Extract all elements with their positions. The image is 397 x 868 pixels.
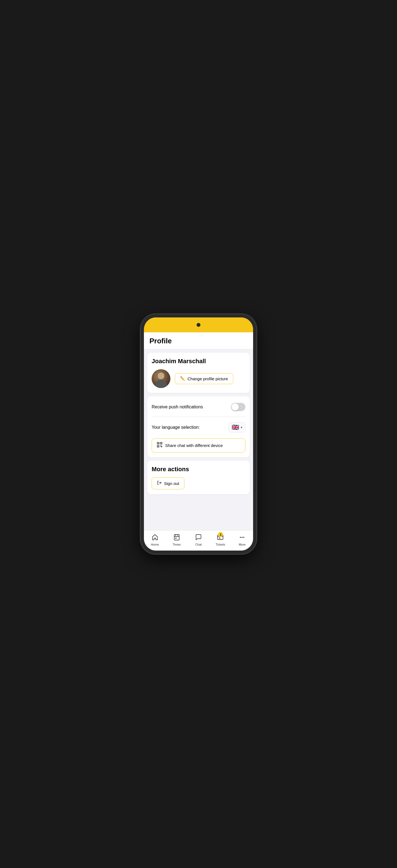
status-bar [144, 317, 253, 332]
bottom-nav: Home Times [144, 530, 253, 551]
nav-more[interactable]: More [231, 530, 253, 550]
nav-chat[interactable]: Chat [187, 530, 209, 550]
times-label: Times [173, 543, 181, 546]
more-icon [239, 534, 246, 542]
tickets-label: Tickets [216, 543, 225, 546]
scroll-content: Profile Joachim Marschall ✏️ Change prof… [144, 332, 253, 530]
phone-screen: Profile Joachim Marschall ✏️ Change prof… [144, 317, 253, 551]
push-notifications-toggle[interactable] [231, 403, 245, 411]
profile-row: ✏️ Change profile picture [152, 369, 245, 388]
svg-point-15 [243, 537, 244, 538]
more-actions-card: More actions Sign out [147, 461, 250, 494]
page-title: Profile [144, 332, 253, 349]
sign-out-icon [157, 480, 162, 486]
chevron-down-icon: ▾ [241, 426, 242, 429]
avatar-image [152, 369, 171, 388]
svg-rect-3 [161, 443, 161, 444]
times-icon [173, 534, 180, 542]
language-selector[interactable]: 🇬🇧 ▾ [228, 423, 245, 432]
bottom-spacer [144, 498, 253, 503]
svg-rect-6 [160, 445, 161, 446]
change-picture-button[interactable]: ✏️ Change profile picture [175, 373, 233, 384]
language-row: Your language selection: 🇬🇧 ▾ [152, 421, 245, 434]
change-picture-label: Change profile picture [187, 376, 228, 381]
svg-point-13 [240, 537, 241, 538]
chat-label: Chat [195, 543, 202, 546]
camera-dot [196, 323, 201, 327]
flag-icon: 🇬🇧 [232, 424, 239, 430]
user-name: Joachim Marschall [152, 358, 245, 365]
more-actions-title: More actions [152, 466, 245, 473]
svg-rect-1 [158, 443, 158, 444]
nav-times[interactable]: Times [166, 530, 187, 550]
qr-button-wrap: Share chat with different device [152, 438, 245, 453]
push-notifications-label: Receive push notifications [152, 404, 203, 409]
sign-out-label: Sign out [164, 481, 179, 486]
settings-card: Receive push notifications Your language… [147, 396, 250, 458]
home-label: Home [151, 543, 159, 546]
share-device-label: Share chat with different device [165, 443, 223, 448]
svg-rect-8 [160, 446, 161, 447]
toggle-knob [232, 403, 239, 410]
nav-home[interactable]: Home [144, 530, 166, 550]
avatar [152, 369, 171, 388]
svg-point-14 [242, 537, 243, 538]
qr-icon [157, 442, 162, 449]
settings-divider [152, 416, 245, 417]
profile-card: Joachim Marschall ✏️ Change profile pict… [147, 353, 250, 393]
push-notifications-row: Receive push notifications [152, 401, 245, 413]
nav-tickets[interactable]: 1 Tickets [210, 530, 231, 550]
svg-rect-9 [161, 446, 162, 447]
tickets-badge: 1 [218, 532, 223, 537]
home-icon [151, 534, 158, 542]
sign-out-button[interactable]: Sign out [152, 477, 184, 489]
language-label: Your language selection: [152, 425, 200, 430]
svg-rect-5 [158, 446, 158, 447]
chat-icon [195, 534, 202, 542]
more-label: More [239, 543, 246, 546]
phone-frame: Profile Joachim Marschall ✏️ Change prof… [141, 314, 256, 554]
svg-rect-10 [174, 534, 179, 540]
svg-rect-7 [161, 445, 161, 446]
svg-rect-11 [175, 537, 177, 539]
pencil-icon: ✏️ [180, 376, 185, 381]
share-device-button[interactable]: Share chat with different device [152, 438, 245, 453]
